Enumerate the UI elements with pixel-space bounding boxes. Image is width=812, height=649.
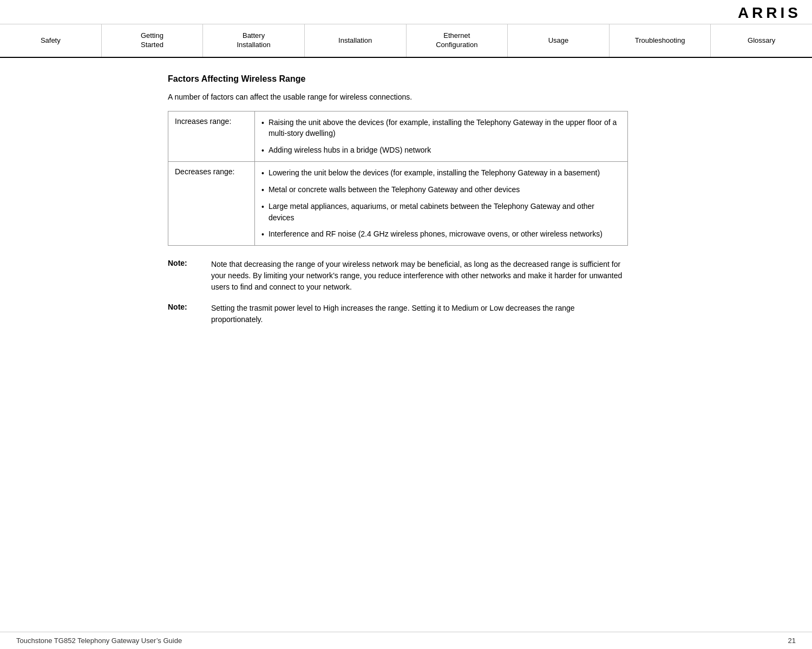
bullet-icon: • — [261, 185, 264, 195]
table-row-decreases: Decreases range: • Lowering the unit bel… — [168, 161, 628, 245]
footer-page-number: 21 — [788, 637, 796, 645]
main-content: Factors Affecting Wireless Range A numbe… — [0, 58, 650, 368]
decreases-content: • Lowering the unit below the devices (f… — [255, 161, 628, 245]
increases-content: • Raising the unit above the devices (fo… — [255, 112, 628, 162]
note-1: Note: Note that decreasing the range of … — [168, 259, 628, 293]
intro-text: A number of factors can affect the usabl… — [168, 93, 628, 101]
note-2: Note: Setting the trasmit power level to… — [168, 303, 628, 325]
list-item: • Interference and RF noise (2.4 GHz wir… — [261, 228, 621, 240]
bullet-icon: • — [261, 168, 264, 179]
increases-label: Increases range: — [168, 112, 255, 162]
list-item: • Lowering the unit below the devices (f… — [261, 167, 621, 179]
nav-item-glossary[interactable]: Glossary — [711, 24, 812, 57]
page-title: Factors Affecting Wireless Range — [168, 74, 628, 84]
range-table: Increases range: • Raising the unit abov… — [168, 111, 628, 246]
nav-item-usage[interactable]: Usage — [508, 24, 610, 57]
header: ARRIS — [0, 0, 812, 24]
note-1-label: Note: — [168, 259, 211, 293]
table-row-increases: Increases range: • Raising the unit abov… — [168, 112, 628, 162]
footer-left: Touchstone TG852 Telephony Gateway User’… — [16, 637, 182, 645]
footer: Touchstone TG852 Telephony Gateway User’… — [0, 632, 812, 649]
bullet-icon: • — [261, 145, 264, 156]
navigation: Safety GettingStarted BatteryInstallatio… — [0, 24, 812, 58]
list-item: • Raising the unit above the devices (fo… — [261, 117, 621, 139]
list-item: • Adding wireless hubs in a bridge (WDS)… — [261, 145, 621, 156]
decreases-label: Decreases range: — [168, 161, 255, 245]
bullet-icon: • — [261, 229, 264, 240]
note-2-text: Setting the trasmit power level to High … — [211, 303, 628, 325]
nav-item-getting-started[interactable]: GettingStarted — [102, 24, 204, 57]
note-2-label: Note: — [168, 303, 211, 325]
logo: ARRIS — [738, 4, 801, 22]
note-1-text: Note that decreasing the range of your w… — [211, 259, 628, 293]
nav-item-troubleshooting[interactable]: Troubleshooting — [610, 24, 711, 57]
bullet-icon: • — [261, 117, 264, 128]
list-item: • Large metal appliances, aquariums, or … — [261, 201, 621, 223]
bullet-icon: • — [261, 201, 264, 212]
nav-item-safety[interactable]: Safety — [0, 24, 102, 57]
nav-item-battery-installation[interactable]: BatteryInstallation — [203, 24, 305, 57]
list-item: • Metal or concrete walls between the Te… — [261, 184, 621, 195]
nav-item-ethernet-configuration[interactable]: EthernetConfiguration — [407, 24, 508, 57]
nav-item-installation[interactable]: Installation — [305, 24, 407, 57]
